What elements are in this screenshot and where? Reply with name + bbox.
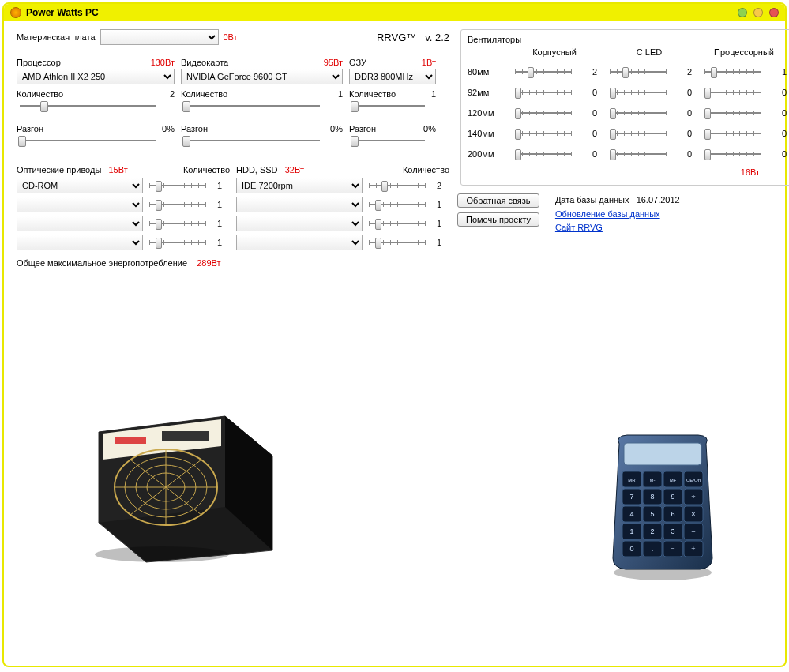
svg-text:M-: M- [650,478,656,482]
gpu-label: Видеокарта [181,58,228,67]
slider[interactable] [701,85,765,99]
svg-text:.: . [652,545,654,553]
gpu-qty-slider[interactable] [181,99,323,113]
slider[interactable] [146,235,209,250]
slider[interactable] [146,216,209,231]
ram-qty-slider[interactable] [349,99,428,113]
hdd-watts: 32Вт [285,165,304,175]
cpu-oc: 0% [162,124,175,133]
svg-text:4: 4 [629,510,633,518]
fan-cell: 1 [697,63,789,81]
optical-select-3[interactable] [17,235,143,250]
fan-value: 0 [687,88,692,97]
slider[interactable] [607,85,670,99]
optical-select-2[interactable] [17,216,143,231]
slider[interactable] [607,106,670,120]
fan-size-label: 200мм [468,149,507,159]
app-name: RRVG™ v. 2.2 [377,32,449,43]
minimize-icon[interactable] [738,8,747,17]
fan-cell: 0 [507,104,602,122]
slider[interactable] [701,147,765,161]
optical-qty-label: Количество [183,165,230,175]
fan-value: 0 [782,129,787,138]
hdd-row: 1 [236,235,449,250]
hdd-qty-3: 1 [432,238,441,247]
update-db-link[interactable]: Обновление базы данных [555,209,660,219]
cpu-qty-label: Количество [17,89,63,99]
svg-text:0: 0 [629,545,633,553]
slider[interactable] [146,197,209,212]
site-link[interactable]: Сайт RRVG [555,223,603,232]
optical-watts: 15Вт [109,165,128,175]
fan-cell: 2 [507,63,602,81]
hdd-qty-label: Количество [403,165,449,175]
fan-value: 2 [592,67,597,77]
optical-select-1[interactable] [17,197,143,212]
fan-cell: 0 [507,84,602,101]
optical-qty-2: 1 [212,219,222,228]
slider[interactable] [701,106,765,120]
fan-col-header: C LED [602,47,697,60]
fan-cell: 0 [507,145,602,163]
gpu-oc-label: Разгон [181,124,208,133]
gpu-oc: 0% [330,124,343,133]
ram-qty-label: Количество [349,89,396,99]
ram-label: ОЗУ [349,58,366,67]
optical-row: CD-ROM 1 [17,178,230,193]
slider[interactable] [607,126,670,141]
window-title: Power Watts PC [26,7,99,18]
slider[interactable] [146,178,209,193]
fan-cell: 0 [697,84,789,101]
slider[interactable] [512,85,575,99]
fans-title: Вентиляторы [468,35,789,44]
feedback-button[interactable]: Обратная связь [457,193,539,208]
slider[interactable] [512,126,575,141]
hdd-select-0[interactable]: IDE 7200rpm [236,178,363,193]
fan-value: 0 [592,108,597,118]
mobo-select[interactable] [100,29,219,45]
ram-oc-slider[interactable] [349,133,428,148]
svg-text:MR: MR [628,478,636,482]
hdd-label: HDD, SSD [236,165,278,175]
fan-value: 0 [687,149,692,159]
fan-value: 0 [782,108,787,118]
slider[interactable] [701,126,765,141]
slider[interactable] [512,147,575,161]
gpu-oc-slider[interactable] [181,133,323,148]
optical-select-0[interactable]: CD-ROM [17,178,143,193]
maximize-icon[interactable] [753,8,763,17]
slider[interactable] [366,235,429,250]
fan-value: 1 [782,67,787,77]
hdd-select-1[interactable] [236,197,363,212]
slider[interactable] [701,65,765,79]
cpu-label: Процессор [17,58,61,67]
svg-text:5: 5 [650,510,654,518]
fan-cell: 0 [697,104,789,122]
slider[interactable] [366,216,429,231]
close-icon[interactable] [769,8,779,17]
hdd-select-3[interactable] [236,235,363,250]
gpu-select[interactable]: NVIDIA GeForce 9600 GT [181,69,343,84]
db-date: 16.07.2012 [637,195,680,205]
ram-select[interactable]: DDR3 800MHz [349,69,436,84]
hdd-row: IDE 7200rpm 2 [236,178,449,193]
fan-cell: 0 [602,145,697,163]
donate-button[interactable]: Помочь проекту [457,212,539,227]
hdd-select-2[interactable] [236,216,363,231]
fan-value: 0 [782,88,787,97]
cpu-oc-slider[interactable] [17,133,159,148]
slider[interactable] [607,147,670,161]
slider[interactable] [366,178,429,193]
optical-label: Оптические приводы [17,165,101,175]
slider[interactable] [366,197,429,212]
cpu-qty-slider[interactable] [17,99,159,113]
cpu-select[interactable]: AMD Athlon II X2 250 [17,69,175,84]
total-label: Общее максимальное энергопотребление [17,258,187,268]
svg-text:3: 3 [671,527,674,535]
slider[interactable] [512,106,575,120]
db-date-label: Дата базы данных [555,195,629,205]
svg-text:1: 1 [629,527,633,535]
slider[interactable] [512,65,575,79]
slider[interactable] [607,65,670,79]
titlebar[interactable]: Power Watts PC [4,4,785,21]
